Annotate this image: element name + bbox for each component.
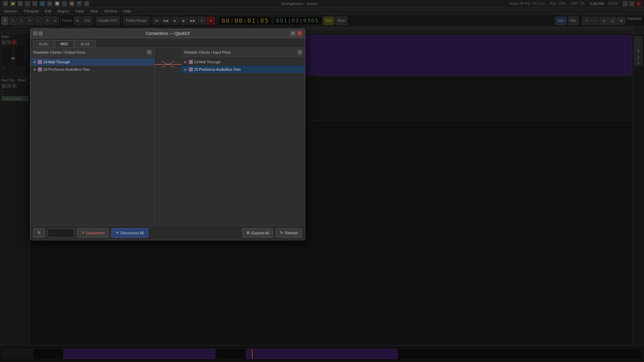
writable-icon-midi-through bbox=[189, 60, 193, 64]
dialog-close-btn[interactable]: ✕ bbox=[297, 31, 302, 36]
refresh-label: Refresh bbox=[285, 231, 298, 235]
readable-label-presonus: 20:PreSonus AudioBox iTwo bbox=[43, 67, 90, 71]
disconnect-x-icon: ✕ bbox=[82, 231, 85, 235]
writable-expand-presonus[interactable]: ▶ bbox=[184, 68, 187, 71]
writable-ports-list: ▶ 14:Midi Through ▶ 20:PreSonus AudioBox… bbox=[181, 57, 305, 225]
expand-all-btn[interactable]: ⊞ Expand All bbox=[242, 228, 273, 238]
readable-expand-btn[interactable]: ▼ bbox=[147, 50, 152, 55]
writable-port-midi-through[interactable]: ▶ 14:Midi Through bbox=[181, 58, 305, 66]
dialog-controls: ⚙ ✕ bbox=[290, 31, 302, 36]
dialog-window-controls: − □ bbox=[33, 32, 43, 36]
tab-audio[interactable]: Audio bbox=[33, 40, 54, 47]
readable-header-label: Readable Clients / Output Ports bbox=[33, 50, 85, 54]
writable-ports-header: Writable Clients / Input Ports ▼ bbox=[181, 48, 305, 57]
pencil-icon: ✎ bbox=[38, 231, 41, 235]
disconnect-all-label: Disconnect All bbox=[120, 231, 144, 235]
writable-expand-midi-through[interactable]: ▶ bbox=[184, 60, 187, 64]
dialog-tabs: Audio MIDI ALSA bbox=[31, 38, 305, 48]
readable-port-midi-through[interactable]: ▶ 14:Midi Through bbox=[31, 58, 154, 66]
refresh-icon: ↻ bbox=[280, 231, 283, 235]
readable-label-midi-through: 14:Midi Through bbox=[43, 60, 70, 64]
dialog-minimize-btn[interactable]: − bbox=[33, 32, 37, 36]
disconnect-label: Disconnect bbox=[86, 231, 104, 235]
disconnect-all-x-icon: ✕ bbox=[116, 231, 119, 235]
writable-ports-panel: Writable Clients / Input Ports ▼ ▶ 14:Mi… bbox=[181, 48, 305, 225]
writable-label-midi-through: 14:Midi Through bbox=[194, 60, 221, 64]
dialog-title: Connections — QjackCtl bbox=[45, 31, 290, 36]
readable-icon-midi-through bbox=[38, 60, 42, 64]
expand-all-label: Expand All bbox=[251, 231, 269, 235]
disconnect-btn[interactable]: ✕ Disconnect bbox=[77, 228, 109, 238]
writable-label-presonus: 20:PreSonus AudioBox iTwo bbox=[194, 67, 241, 71]
writable-expand-btn[interactable]: ▼ bbox=[298, 50, 302, 55]
connections-svg bbox=[155, 48, 181, 225]
readable-ports-header: Readable Clients / Output Ports ▼ bbox=[31, 48, 154, 57]
connections-dialog: − □ Connections — QjackCtl ⚙ ✕ Audio MID… bbox=[30, 28, 305, 240]
dialog-restore-btn[interactable]: □ bbox=[39, 32, 43, 36]
connection-input[interactable] bbox=[48, 229, 74, 237]
tab-alsa[interactable]: ALSA bbox=[74, 40, 95, 47]
writable-icon-presonus bbox=[189, 67, 193, 71]
dialog-settings-btn[interactable]: ⚙ bbox=[290, 31, 296, 36]
ports-container: Readable Clients / Output Ports ▼ ▶ 14:M… bbox=[31, 48, 305, 225]
disconnect-all-btn[interactable]: ✕ Disconnect All bbox=[111, 228, 148, 238]
readable-ports-list: ▶ 14:Midi Through ▶ 20:PreSonus AudioBox… bbox=[31, 57, 154, 225]
readable-expand-presonus[interactable]: ▶ bbox=[33, 68, 37, 71]
expand-all-icon: ⊞ bbox=[247, 231, 250, 235]
readable-icon-presonus bbox=[38, 67, 42, 71]
tab-midi[interactable]: MIDI bbox=[55, 40, 74, 47]
writable-header-label: Writable Clients / Input Ports bbox=[184, 50, 231, 54]
writable-port-presonus[interactable]: ▶ 20:PreSonus AudioBox iTwo bbox=[181, 66, 305, 73]
readable-port-presonus[interactable]: ▶ 20:PreSonus AudioBox iTwo bbox=[31, 66, 154, 73]
readable-expand-midi-through[interactable]: ▶ bbox=[33, 60, 37, 64]
dialog-titlebar: − □ Connections — QjackCtl ⚙ ✕ bbox=[31, 29, 305, 38]
connections-lines-area bbox=[155, 48, 181, 225]
refresh-btn[interactable]: ↻ Refresh bbox=[276, 228, 302, 238]
readable-ports-panel: Readable Clients / Output Ports ▼ ▶ 14:M… bbox=[31, 48, 155, 225]
dialog-footer: ✎ ✕ Disconnect ✕ Disconnect All ⊞ Expand… bbox=[31, 225, 305, 240]
edit-connection-btn[interactable]: ✎ bbox=[33, 228, 45, 238]
